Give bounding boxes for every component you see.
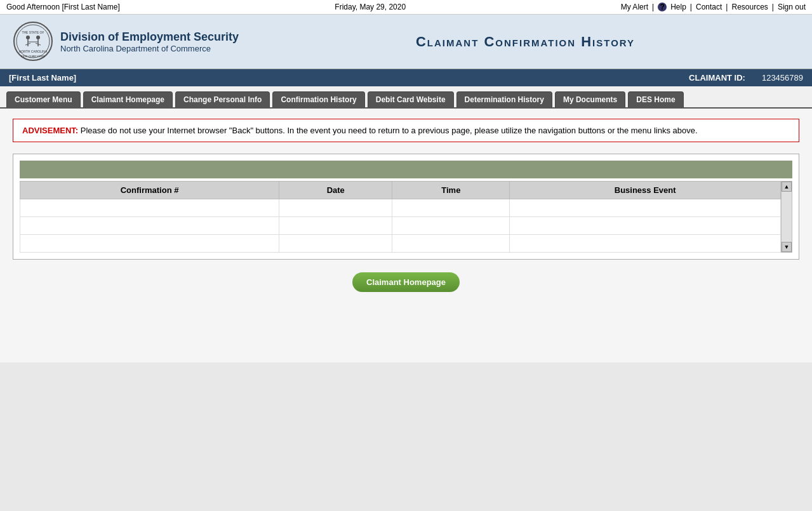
greeting-text: Good Afternoon [First Last Name] [6, 3, 120, 11]
data-table: Confirmation #DateTimeBusiness Event [20, 181, 781, 253]
svg-text:ESSE QUAM VIDERI: ESSE QUAM VIDERI [21, 55, 45, 58]
org-name: Division of Employment Security North Ca… [60, 30, 239, 53]
claimant-homepage-button[interactable]: Claimant Homepage [352, 272, 460, 292]
table-container: Confirmation #DateTimeBusiness Event [13, 154, 799, 260]
help-icon: ? [658, 3, 667, 11]
date-text: Friday, May 29, 2020 [335, 3, 406, 11]
empty-cell [510, 199, 781, 217]
svg-point-5 [26, 36, 30, 39]
nav-tabs: Customer MenuClaimant HomepageChange Per… [0, 86, 812, 109]
nav-tab-customer-menu[interactable]: Customer Menu [6, 91, 81, 107]
table-row [20, 199, 781, 217]
advisement-text: Please do not use your Internet browser … [78, 126, 697, 135]
contact-link[interactable]: Contact [696, 3, 722, 11]
page-header: THE STATE OF NORTH CAROLINA ESSE QUAM VI… [0, 15, 812, 69]
table-row [20, 235, 781, 253]
svg-point-7 [36, 36, 40, 39]
svg-text:THE STATE OF: THE STATE OF [22, 30, 44, 34]
empty-cell [279, 199, 392, 217]
sign-out-link[interactable]: Sign out [778, 3, 806, 11]
table-header-row: Confirmation #DateTimeBusiness Event [20, 182, 781, 199]
top-bar-right: My Alert | ? Help | Contact | Resources … [621, 3, 806, 11]
nav-tab-des-home[interactable]: DES Home [628, 91, 683, 107]
empty-cell [392, 235, 510, 253]
page-title: Claimant Confirmation History [251, 34, 799, 50]
empty-cell [20, 235, 279, 253]
scrollbar-area[interactable]: ▲ ▼ [781, 181, 792, 253]
claimant-name: [First Last Name] [9, 73, 76, 83]
svg-text:NORTH CAROLINA: NORTH CAROLINA [19, 50, 48, 53]
empty-cell [392, 217, 510, 235]
table-header-bar [20, 161, 792, 178]
empty-cell [510, 217, 781, 235]
advisement-box: ADVISEMENT: Please do not use your Inter… [13, 119, 799, 142]
resources-link[interactable]: Resources [731, 3, 768, 11]
table-body [20, 199, 781, 253]
nav-tab-determination-history[interactable]: Determination History [456, 91, 552, 107]
col-header-confirmation-num: Confirmation # [20, 182, 279, 199]
empty-cell [20, 199, 279, 217]
nav-tab-debit-card-website[interactable]: Debit Card Website [368, 91, 454, 107]
separator3: | [726, 3, 728, 11]
logo-area: THE STATE OF NORTH CAROLINA ESSE QUAM VI… [13, 21, 239, 62]
col-header-date: Date [279, 182, 392, 199]
nav-tab-change-personal-info[interactable]: Change Personal Info [175, 91, 270, 107]
empty-cell [392, 199, 510, 217]
division-name: Division of Employment Security [60, 30, 239, 44]
main-content: ADVISEMENT: Please do not use your Inter… [0, 109, 812, 362]
dept-name: North Carolina Department of Commerce [60, 44, 239, 53]
scroll-down-button[interactable]: ▼ [782, 242, 792, 252]
nav-tab-confirmation-history[interactable]: Confirmation History [272, 91, 364, 107]
empty-cell [279, 217, 392, 235]
empty-cell [279, 235, 392, 253]
scroll-up-button[interactable]: ▲ [782, 182, 792, 192]
empty-cell [510, 235, 781, 253]
my-alert-link[interactable]: My Alert [621, 3, 648, 11]
nav-tab-my-documents[interactable]: My Documents [555, 91, 625, 107]
separator2: | [690, 3, 692, 11]
separator1: | [652, 3, 654, 11]
page-title-area: Claimant Confirmation History [251, 34, 799, 50]
table-wrapper: Confirmation #DateTimeBusiness Event [20, 181, 792, 253]
advisement-label: ADVISEMENT: [22, 126, 78, 135]
claimant-id-label: CLAIMANT ID: [689, 73, 745, 83]
empty-cell [20, 217, 279, 235]
col-header-business-event: Business Event [510, 182, 781, 199]
scroll-track [782, 192, 792, 242]
table-row [20, 217, 781, 235]
claimant-id-value: 123456789 [762, 73, 803, 83]
homepage-button-area: Claimant Homepage [13, 272, 799, 292]
help-link[interactable]: Help [670, 3, 686, 11]
claimant-bar: [First Last Name] CLAIMANT ID: 123456789 [0, 69, 812, 86]
nav-tab-claimant-homepage[interactable]: Claimant Homepage [83, 91, 173, 107]
nc-seal-icon: THE STATE OF NORTH CAROLINA ESSE QUAM VI… [13, 21, 54, 62]
separator4: | [772, 3, 774, 11]
top-bar: Good Afternoon [First Last Name] Friday,… [0, 0, 812, 15]
col-header-time: Time [392, 182, 510, 199]
table-scroll-area: Confirmation #DateTimeBusiness Event [20, 181, 781, 253]
